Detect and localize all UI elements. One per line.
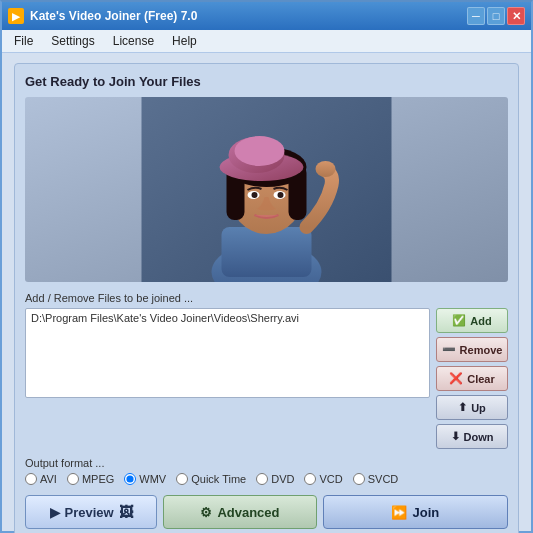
title-bar-left: ▶ Kate's Video Joiner (Free) 7.0: [8, 8, 197, 24]
format-dvd-label: DVD: [271, 473, 294, 485]
join-label: Join: [412, 505, 439, 520]
close-button[interactable]: ✕: [507, 7, 525, 25]
format-avi-label: AVI: [40, 473, 57, 485]
advanced-button[interactable]: ⚙ Advanced: [163, 495, 316, 529]
files-row: D:\Program Files\Kate's Video Joiner\Vid…: [25, 308, 508, 449]
minimize-button[interactable]: ─: [467, 7, 485, 25]
files-list[interactable]: D:\Program Files\Kate's Video Joiner\Vid…: [25, 308, 430, 398]
add-button[interactable]: ✅ Add: [436, 308, 508, 333]
format-avi[interactable]: AVI: [25, 473, 57, 485]
format-svcd-label: SVCD: [368, 473, 399, 485]
remove-label: Remove: [460, 344, 503, 356]
clear-label: Clear: [467, 373, 495, 385]
format-wmv-label: WMV: [139, 473, 166, 485]
format-wmv[interactable]: WMV: [124, 473, 166, 485]
svg-point-13: [252, 192, 258, 198]
menu-settings[interactable]: Settings: [43, 32, 102, 50]
format-row: AVI MPEG WMV Quick Time: [25, 473, 508, 485]
radio-vcd[interactable]: [304, 473, 316, 485]
up-button[interactable]: ⬆ Up: [436, 395, 508, 420]
action-buttons: ✅ Add ➖ Remove ❌ Clear ⬆ Up: [436, 308, 508, 449]
svg-rect-2: [222, 227, 312, 277]
output-label: Output format ...: [25, 457, 508, 469]
radio-dvd[interactable]: [256, 473, 268, 485]
maximize-button[interactable]: □: [487, 7, 505, 25]
main-window: ▶ Kate's Video Joiner (Free) 7.0 ─ □ ✕ F…: [0, 0, 533, 533]
file-entry: D:\Program Files\Kate's Video Joiner\Vid…: [31, 312, 424, 324]
radio-mpeg[interactable]: [67, 473, 79, 485]
menu-file[interactable]: File: [6, 32, 41, 50]
format-vcd[interactable]: VCD: [304, 473, 342, 485]
up-icon: ⬆: [458, 401, 467, 414]
svg-point-15: [316, 161, 336, 177]
main-content: Get Ready to Join Your Files: [2, 53, 531, 533]
svg-point-14: [278, 192, 284, 198]
title-bar: ▶ Kate's Video Joiner (Free) 7.0 ─ □ ✕: [2, 2, 531, 30]
radio-svcd[interactable]: [353, 473, 365, 485]
add-label: Add: [470, 315, 491, 327]
preview-thumb-icon: 🖼: [119, 504, 133, 520]
files-label: Add / Remove Files to be joined ...: [25, 292, 508, 304]
app-icon: ▶: [8, 8, 24, 24]
svg-point-10: [235, 136, 285, 166]
format-quicktime[interactable]: Quick Time: [176, 473, 246, 485]
radio-wmv[interactable]: [124, 473, 136, 485]
format-mpeg-label: MPEG: [82, 473, 114, 485]
advanced-label: Advanced: [217, 505, 279, 520]
down-button[interactable]: ⬇ Down: [436, 424, 508, 449]
preview-area: [25, 97, 508, 282]
format-quicktime-label: Quick Time: [191, 473, 246, 485]
title-controls: ─ □ ✕: [467, 7, 525, 25]
menu-bar: File Settings License Help: [2, 30, 531, 53]
format-dvd[interactable]: DVD: [256, 473, 294, 485]
preview-button[interactable]: ▶ Preview 🖼: [25, 495, 157, 529]
up-label: Up: [471, 402, 486, 414]
clear-button[interactable]: ❌ Clear: [436, 366, 508, 391]
radio-avi[interactable]: [25, 473, 37, 485]
bottom-buttons: ▶ Preview 🖼 ⚙ Advanced ⏩ Join: [25, 495, 508, 529]
remove-button[interactable]: ➖ Remove: [436, 337, 508, 362]
format-mpeg[interactable]: MPEG: [67, 473, 114, 485]
down-label: Down: [464, 431, 494, 443]
menu-license[interactable]: License: [105, 32, 162, 50]
panel-title: Get Ready to Join Your Files: [25, 74, 508, 89]
add-icon: ✅: [452, 314, 466, 327]
preview-image: [25, 97, 508, 282]
down-icon: ⬇: [451, 430, 460, 443]
preview-icon: ▶: [50, 505, 60, 520]
format-vcd-label: VCD: [319, 473, 342, 485]
main-panel: Get Ready to Join Your Files: [14, 63, 519, 533]
remove-icon: ➖: [442, 343, 456, 356]
radio-quicktime[interactable]: [176, 473, 188, 485]
format-svcd[interactable]: SVCD: [353, 473, 399, 485]
output-section: Output format ... AVI MPEG WMV: [25, 457, 508, 485]
menu-help[interactable]: Help: [164, 32, 205, 50]
join-button[interactable]: ⏩ Join: [323, 495, 508, 529]
clear-icon: ❌: [449, 372, 463, 385]
join-icon: ⏩: [391, 505, 407, 520]
window-title: Kate's Video Joiner (Free) 7.0: [30, 9, 197, 23]
advanced-icon: ⚙: [200, 505, 212, 520]
preview-label: Preview: [65, 505, 114, 520]
